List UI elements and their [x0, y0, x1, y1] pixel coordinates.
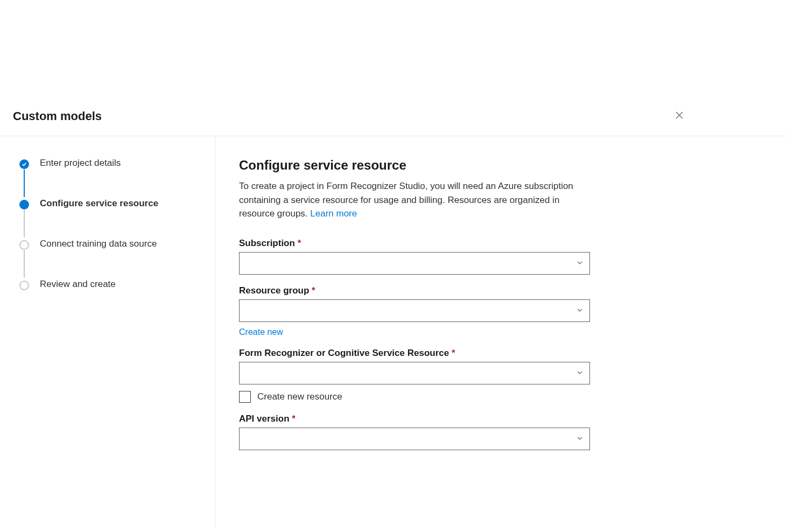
section-title: Configure service resource [239, 158, 590, 173]
service-resource-label: Form Recognizer or Cognitive Service Res… [239, 348, 590, 359]
step-connect-training-data-source[interactable]: Connect training data source [19, 239, 202, 279]
step-connector [24, 250, 25, 278]
api-version-label: API version * [239, 414, 590, 424]
chevron-down-icon [577, 368, 583, 377]
resource-group-label: Resource group * [239, 285, 590, 296]
section-description: To create a project in Form Recognizer S… [239, 179, 590, 221]
required-indicator: * [452, 348, 455, 358]
step-completed-icon [19, 159, 29, 169]
main-content: Configure service resource To create a p… [215, 136, 614, 528]
step-label: Configure service resource [40, 198, 158, 209]
required-indicator: * [312, 285, 315, 296]
required-indicator: * [298, 238, 301, 248]
subscription-label: Subscription * [239, 238, 590, 249]
dialog-header: Custom models [0, 0, 787, 136]
chevron-down-icon [577, 306, 583, 315]
step-pending-icon [19, 281, 29, 290]
step-label: Review and create [40, 279, 116, 290]
api-version-dropdown[interactable] [239, 428, 590, 450]
resource-group-field: Resource group * Create new [239, 285, 590, 337]
chevron-down-icon [577, 434, 583, 443]
api-version-field: API version * [239, 414, 590, 450]
create-new-resource-checkbox-row[interactable]: Create new resource [239, 391, 590, 403]
service-resource-dropdown[interactable] [239, 362, 590, 384]
step-connector [24, 210, 25, 237]
chevron-down-icon [577, 258, 583, 268]
step-configure-service-resource[interactable]: Configure service resource [19, 198, 202, 239]
resource-group-dropdown[interactable] [239, 299, 590, 322]
step-label: Connect training data source [40, 239, 157, 249]
step-label: Enter project details [40, 158, 121, 169]
close-button[interactable] [671, 108, 688, 125]
required-indicator: * [292, 414, 296, 424]
service-resource-field: Form Recognizer or Cognitive Service Res… [239, 348, 590, 403]
step-pending-icon [19, 240, 29, 250]
learn-more-link[interactable]: Learn more [310, 208, 357, 219]
create-new-resource-group-link[interactable]: Create new [239, 327, 283, 337]
dialog-title: Custom models [13, 109, 102, 123]
subscription-field: Subscription * [239, 238, 590, 275]
step-enter-project-details[interactable]: Enter project details [19, 158, 202, 198]
step-list: Enter project details Configure service … [19, 158, 202, 290]
step-current-icon [19, 200, 29, 209]
close-icon [676, 111, 683, 121]
subscription-dropdown[interactable] [239, 252, 590, 275]
dialog-body: Enter project details Configure service … [0, 136, 787, 528]
checkbox-label: Create new resource [257, 391, 342, 402]
step-review-and-create[interactable]: Review and create [19, 279, 202, 290]
wizard-steps-sidebar: Enter project details Configure service … [0, 136, 215, 528]
checkbox-icon [239, 391, 251, 403]
step-connector [24, 170, 25, 197]
